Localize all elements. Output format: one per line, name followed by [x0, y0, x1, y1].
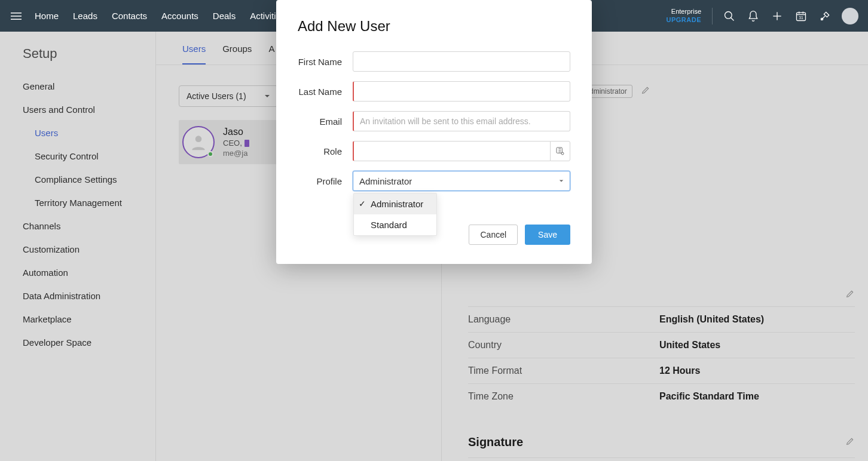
- input-role[interactable]: [353, 141, 550, 161]
- lookup-icon: [555, 146, 565, 156]
- modal-title: Add New User: [298, 18, 570, 35]
- row-firstname: First Name: [298, 51, 570, 72]
- nav-accounts[interactable]: Accounts: [154, 0, 206, 32]
- role-lookup-button[interactable]: [550, 141, 570, 161]
- row-role: Role: [298, 141, 570, 161]
- search-icon[interactable]: [717, 0, 741, 32]
- profile-option-administrator[interactable]: Administrator: [354, 193, 436, 214]
- svg-rect-2: [11, 19, 22, 20]
- tools-icon[interactable]: [813, 0, 837, 32]
- bell-icon[interactable]: [741, 0, 765, 32]
- label-firstname: First Name: [298, 57, 353, 67]
- svg-rect-0: [11, 13, 22, 14]
- add-user-modal: Add New User First Name Last Name Email …: [276, 0, 592, 264]
- profile-option-standard[interactable]: Standard: [354, 214, 436, 235]
- input-lastname[interactable]: [353, 81, 570, 102]
- nav-deals[interactable]: Deals: [206, 0, 243, 32]
- chevron-down-icon: [559, 179, 564, 183]
- cancel-button[interactable]: Cancel: [469, 225, 518, 245]
- label-email: Email: [298, 116, 353, 127]
- save-button[interactable]: Save: [525, 225, 570, 245]
- profile-select[interactable]: Administrator Administrator Standard: [353, 171, 570, 191]
- svg-point-15: [561, 152, 564, 155]
- row-email: Email: [298, 111, 570, 131]
- label-lastname: Last Name: [298, 87, 353, 97]
- plan-info: Enterprise UPGRADE: [666, 8, 707, 23]
- profile-dropdown: Administrator Standard: [353, 193, 437, 236]
- svg-text:31: 31: [799, 16, 803, 20]
- input-email[interactable]: [353, 111, 570, 131]
- plan-label: Enterprise: [666, 8, 701, 16]
- label-role: Role: [298, 146, 353, 156]
- svg-line-4: [731, 17, 734, 20]
- menu-icon[interactable]: [6, 11, 26, 21]
- row-lastname: Last Name: [298, 81, 570, 102]
- nav-links: Home Leads Contacts Accounts Deals Activ…: [27, 0, 292, 32]
- user-avatar[interactable]: [842, 8, 858, 24]
- input-firstname[interactable]: [353, 51, 570, 72]
- svg-point-3: [725, 11, 732, 19]
- calendar-icon[interactable]: 31: [789, 0, 813, 32]
- label-profile: Profile: [298, 176, 353, 186]
- nav-right: Enterprise UPGRADE 31: [666, 0, 862, 32]
- divider: [712, 8, 713, 24]
- nav-home[interactable]: Home: [27, 0, 66, 32]
- row-profile: Profile Administrator Administrator Stan…: [298, 171, 570, 191]
- profile-selected-value: Administrator: [359, 176, 412, 186]
- plus-icon[interactable]: [765, 0, 789, 32]
- nav-leads[interactable]: Leads: [66, 0, 105, 32]
- svg-rect-1: [11, 16, 22, 17]
- nav-contacts[interactable]: Contacts: [105, 0, 154, 32]
- upgrade-link[interactable]: UPGRADE: [666, 16, 701, 24]
